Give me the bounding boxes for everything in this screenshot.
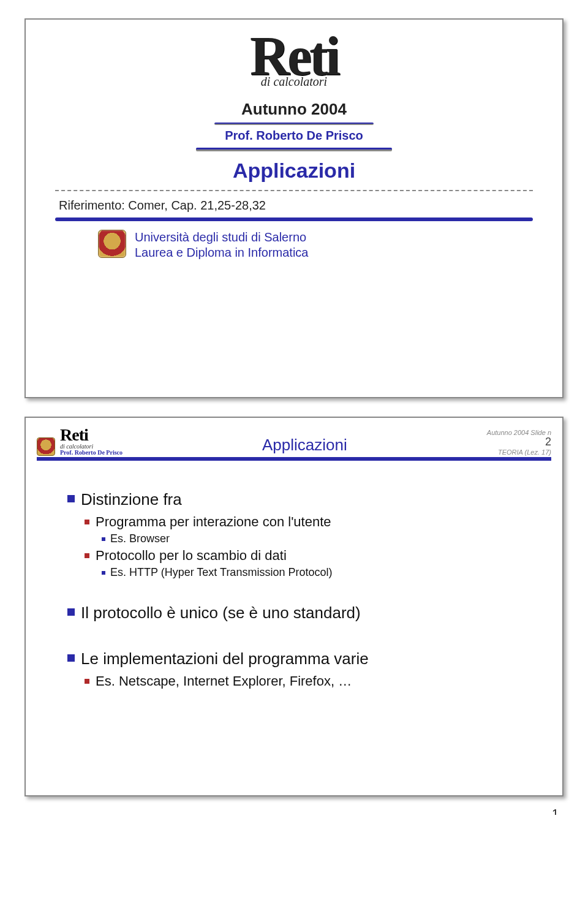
bullet-text: Es. Netscape, Internet Explorer, Firefox…	[96, 673, 352, 689]
slide-2-meta: Autunno 2004 Slide n 2 TEORIA (Lez. 17)	[487, 429, 551, 456]
bullet-square-icon	[67, 608, 75, 616]
page-number: 1	[552, 807, 559, 815]
separator-rule	[196, 148, 392, 151]
bullet-level-2: Protocollo per lo scambio di dati	[85, 548, 535, 564]
university-crest-icon	[37, 437, 55, 456]
title-block: Reti di calcolatori Autunno 2004 Prof. R…	[37, 34, 551, 183]
mini-prof: Prof. Roberto De Prisco	[60, 450, 123, 456]
university-text: Università degli studi di Salerno Laurea…	[135, 230, 308, 260]
logo-subtitle: di calcolatori	[37, 75, 551, 89]
university-name: Università degli studi di Salerno	[135, 230, 308, 245]
bullet-level-1: Il protocollo è unico (se è uno standard…	[67, 603, 535, 622]
bullet-level-3: Es. HTTP (Hyper Text Transmission Protoc…	[102, 566, 535, 579]
slide-1: Reti di calcolatori Autunno 2004 Prof. R…	[24, 18, 564, 398]
bullet-level-1: Distinzione fra	[67, 490, 535, 509]
bullet-text: Es. HTTP (Hyper Text Transmission Protoc…	[110, 566, 332, 579]
slide-2-title: Applicazioni	[127, 436, 482, 456]
bullet-text: Le implementazioni del programma varie	[81, 649, 369, 668]
meta-autunno: Autunno 2004 Slide n	[487, 429, 551, 436]
bullet-level-2: Programma per interazione con l'utente	[85, 514, 535, 530]
mini-logo: Reti di calcolatori Prof. Roberto De Pri…	[60, 426, 123, 456]
professor-line: Prof. Roberto De Prisco	[37, 129, 551, 143]
term-label: Autunno 2004	[37, 100, 551, 119]
slide-2-frame: Reti di calcolatori Prof. Roberto De Pri…	[24, 417, 564, 796]
bullet-square-icon	[85, 520, 89, 524]
mini-logo-reti: Reti	[60, 426, 123, 444]
bullet-square-icon	[85, 679, 89, 684]
bullet-square-icon	[67, 495, 75, 502]
bullet-level-1: Le implementazioni del programma varie	[67, 649, 535, 668]
bullet-square-icon	[67, 654, 75, 662]
bullet-text: Es. Browser	[110, 532, 170, 545]
bullet-square-icon	[102, 571, 105, 575]
reference-line: Riferimento: Comer, Cap. 21,25-28,32	[59, 199, 551, 213]
solid-separator	[55, 217, 533, 221]
bullet-text: Protocollo per lo scambio di dati	[96, 548, 287, 564]
university-crest-icon	[98, 230, 126, 258]
dashed-separator	[55, 190, 533, 191]
bullet-level-3: Es. Browser	[102, 532, 535, 545]
slide-2: Reti di calcolatori Prof. Roberto De Pri…	[24, 417, 564, 796]
slide-2-header: Reti di calcolatori Prof. Roberto De Pri…	[37, 426, 551, 461]
bullet-level-2: Es. Netscape, Internet Explorer, Firefox…	[85, 673, 535, 689]
meta-slide-number: 2	[487, 436, 551, 448]
slide-1-frame: Reti di calcolatori Autunno 2004 Prof. R…	[24, 18, 564, 398]
logo-reti: Reti	[37, 34, 551, 78]
bullet-text: Programma per interazione con l'utente	[96, 514, 331, 530]
bullet-square-icon	[85, 553, 89, 558]
slide-2-content: Distinzione fra Programma per interazion…	[37, 461, 551, 704]
bullet-text: Il protocollo è unico (se è uno standard…	[81, 603, 361, 622]
meta-teoria: TEORIA (Lez. 17)	[487, 448, 551, 456]
separator-rule	[214, 123, 374, 125]
degree-line: Laurea e Diploma in Informatica	[135, 245, 308, 260]
bullet-text: Distinzione fra	[81, 490, 182, 509]
university-block: Università degli studi di Salerno Laurea…	[98, 230, 551, 260]
lecture-title: Applicazioni	[37, 159, 551, 183]
bullet-square-icon	[102, 537, 105, 541]
